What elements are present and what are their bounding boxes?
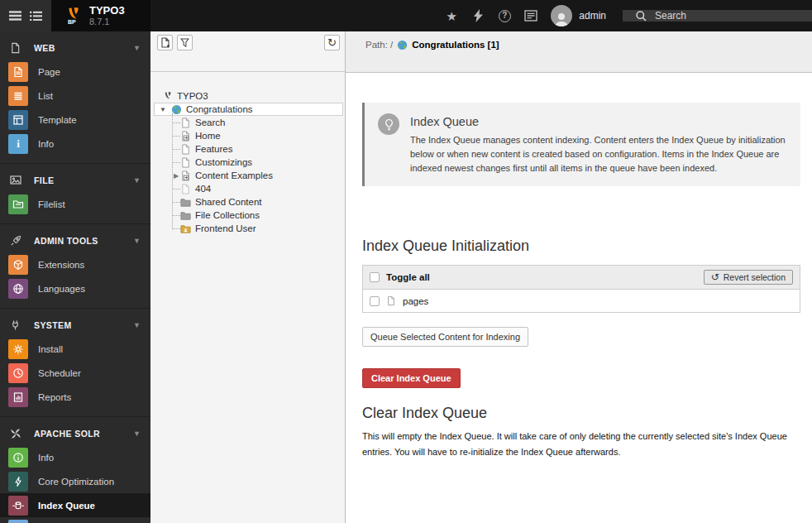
refresh-icon[interactable]: ↻ — [324, 35, 340, 50]
module-group-header-system[interactable]: SYSTEM ▼ — [0, 313, 150, 337]
breadcrumb-page-title[interactable]: Congratulations [1] — [412, 40, 499, 50]
tree-node-features[interactable]: Features — [162, 142, 345, 156]
module-group-web: WEB ▼ Page List Template i Info — [0, 31, 150, 164]
tree-node-404[interactable]: 404 — [162, 182, 345, 195]
module-group-header-file[interactable]: FILE ▼ — [0, 168, 150, 192]
tree-node-root[interactable]: TYPO3 — [162, 89, 345, 103]
solr-swirl-icon — [10, 428, 23, 439]
page-icon — [386, 295, 396, 306]
pages-checkbox[interactable] — [370, 296, 380, 306]
module-group-label: ADMIN TOOLS — [34, 236, 133, 246]
index-administration-module-icon — [8, 520, 28, 523]
tree-collapse-icon[interactable]: ▶ — [172, 172, 180, 180]
globe-page-icon — [397, 40, 408, 50]
core-optimization-module-icon — [8, 472, 28, 492]
filter-icon[interactable] — [177, 35, 193, 50]
menu-toggle-icon[interactable] — [9, 11, 21, 21]
pagetree-toggle-icon[interactable] — [30, 11, 42, 22]
tree-node-label: Home — [195, 131, 221, 141]
info-module-icon: i — [8, 134, 28, 154]
sidebar-item-core-optimization[interactable]: Core Optimization — [0, 469, 150, 493]
typo3-logo-area[interactable]: BP TYPO3 8.7.1 — [51, 0, 150, 31]
product-name: TYPO3 — [89, 4, 125, 17]
search-input[interactable]: Search — [623, 10, 812, 22]
typo3-root-icon — [162, 91, 173, 102]
sidebar-item-label: Languages — [38, 284, 85, 294]
module-menu: WEB ▼ Page List Template i Info — [0, 31, 150, 523]
user-menu[interactable]: admin — [551, 5, 606, 26]
page-tree-toolbar: ↻ — [150, 31, 345, 72]
sidebar-item-list[interactable]: List — [0, 84, 150, 108]
sidebar-item-filelist[interactable]: Filelist — [0, 192, 150, 216]
install-module-icon — [8, 339, 28, 359]
index-queue-module-icon — [8, 496, 28, 516]
tree-connector-line — [172, 113, 173, 229]
topbar-tools: ★ ? admin Search — [150, 0, 812, 31]
page-hidden-icon — [180, 184, 191, 194]
tree-node-frontend-user[interactable]: Frontend User — [162, 222, 345, 235]
sidebar-item-index-administration[interactable]: Index Administration — [0, 517, 150, 523]
tree-node-label: Content Examples — [195, 170, 273, 180]
sidebar-item-label: Page — [38, 67, 60, 77]
tree-node-file-collections[interactable]: File Collections — [162, 209, 345, 222]
help-icon[interactable]: ? — [491, 10, 518, 22]
undo-icon: ↺ — [711, 273, 719, 282]
sidebar-item-label: Install — [38, 344, 63, 354]
toggle-all-label: Toggle all — [386, 272, 430, 282]
sidebar-item-extensions[interactable]: Extensions — [0, 252, 150, 276]
revert-selection-button[interactable]: ↺ Revert selection — [704, 270, 793, 285]
clear-index-queue-button[interactable]: Clear Index Queue — [362, 368, 461, 388]
tree-node-content-examples[interactable]: ▶ Content Examples — [162, 169, 345, 182]
sidebar-item-label: Extensions — [38, 260, 84, 270]
path-label: Path: / — [365, 40, 393, 50]
tree-node-search[interactable]: Search — [162, 116, 345, 129]
module-group-admin-tools: ADMIN TOOLS ▼ Extensions Languages — [0, 224, 150, 309]
sidebar-item-solr-info[interactable]: Info — [0, 445, 150, 469]
sidebar-item-reports[interactable]: Reports — [0, 385, 150, 409]
tree-node-shared-content[interactable]: Shared Content — [162, 195, 345, 209]
bookmark-star-icon[interactable]: ★ — [438, 10, 465, 22]
init-table-header: Toggle all ↺ Revert selection — [363, 266, 800, 289]
toggle-all-checkbox[interactable] — [370, 272, 380, 282]
product-version: 8.7.1 — [89, 17, 125, 27]
sidebar-item-label: Scheduler — [38, 368, 81, 378]
extensions-module-icon — [8, 255, 28, 275]
tree-node-label: File Collections — [195, 210, 260, 220]
page-module-icon — [8, 62, 28, 82]
module-group-header-web[interactable]: WEB ▼ — [0, 36, 150, 60]
module-group-apache-solr: APACHE SOLR ▼ Info Core Optimization Ind… — [0, 417, 150, 523]
sidebar-item-label: Info — [38, 453, 54, 463]
scheduler-module-icon — [8, 363, 28, 383]
topbar: BP TYPO3 8.7.1 ★ ? admin Search — [0, 0, 812, 31]
sidebar-item-install[interactable]: Install — [0, 337, 150, 361]
module-group-label: FILE — [34, 175, 133, 185]
template-module-icon — [8, 110, 28, 130]
tree-node-home[interactable]: Home — [162, 129, 345, 142]
tree-node-customizings[interactable]: Customizings — [162, 156, 345, 169]
queue-selected-content-button[interactable]: Queue Selected Content for Indexing — [362, 327, 528, 347]
tree-expand-icon[interactable]: ▼ — [160, 106, 171, 113]
tree-node-congratulations[interactable]: ▼ Congratulations — [154, 103, 343, 116]
typo3-logo-icon: BP — [63, 6, 83, 26]
module-group-header-admin-tools[interactable]: ADMIN TOOLS ▼ — [0, 228, 150, 252]
table-row-pages: pages — [363, 289, 800, 312]
sidebar-item-languages[interactable]: Languages — [0, 276, 150, 300]
sidebar-item-template[interactable]: Template — [0, 108, 150, 132]
system-information-icon[interactable] — [518, 10, 544, 22]
sidebar-item-page[interactable]: Page — [0, 60, 150, 84]
sidebar-item-info[interactable]: i Info — [0, 132, 150, 156]
svg-text:BP: BP — [68, 19, 76, 25]
sidebar-item-label: Template — [38, 115, 77, 125]
sidebar-item-scheduler[interactable]: Scheduler — [0, 361, 150, 385]
clear-cache-bolt-icon[interactable] — [465, 9, 491, 22]
tree-connector — [172, 228, 180, 229]
sidebar-item-index-queue[interactable]: Index Queue — [0, 493, 150, 517]
callout-title: Index Queue — [410, 115, 787, 128]
sidebar-item-label: Reports — [38, 392, 71, 402]
module-group-header-apache-solr[interactable]: APACHE SOLR ▼ — [0, 421, 150, 445]
new-page-icon[interactable] — [157, 35, 173, 50]
tree-node-label: Shared Content — [195, 197, 262, 207]
page-icon — [180, 118, 191, 128]
clear-section-heading: Clear Index Queue — [362, 405, 800, 422]
sidebar-item-label: List — [38, 91, 53, 101]
